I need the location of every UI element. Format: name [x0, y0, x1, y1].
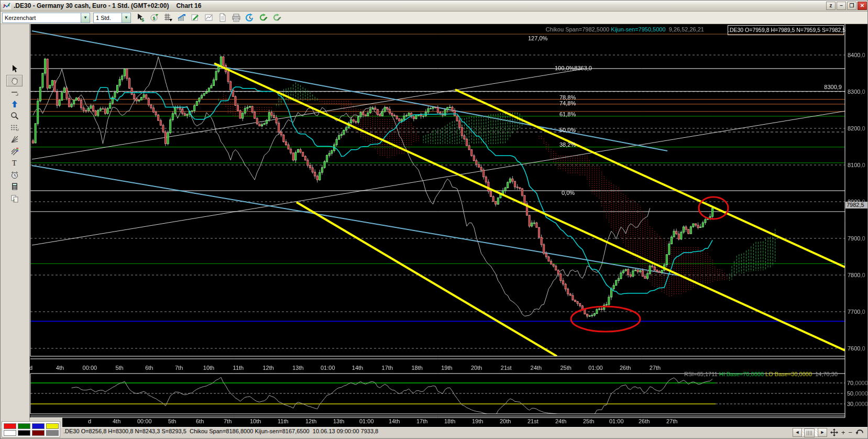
scroll-left-button[interactable]: ◄	[793, 428, 802, 437]
statistics-button[interactable]	[175, 12, 188, 24]
time-axis-label: 14th	[389, 418, 400, 424]
rollup-button[interactable]: z	[826, 2, 836, 10]
horizontal-scrollbar[interactable]: ◄ ►	[793, 428, 827, 437]
update-scribble-icon	[259, 13, 268, 22]
chevron-down-icon[interactable]: ▼	[81, 13, 90, 23]
arrow-tool[interactable]	[6, 98, 23, 110]
chevron-down-icon[interactable]: ▼	[122, 13, 130, 23]
rsi-tick-label: 50,0000	[847, 390, 868, 397]
time-axis-label: 4th	[56, 365, 64, 371]
undo-icon[interactable]	[855, 429, 864, 436]
time-axis-label: 01:00	[359, 418, 374, 424]
update-scribble2-button[interactable]	[271, 12, 283, 24]
minimize-button[interactable]: –	[837, 2, 846, 10]
svg-text:T: T	[12, 159, 17, 167]
add-value-button[interactable]: $	[148, 12, 161, 24]
drawing-tool-rail: T	[1, 24, 30, 427]
time-axis-label: 00:00	[83, 365, 97, 371]
time-axis-label: 01:00	[321, 365, 335, 371]
pan-hand-tool[interactable]	[6, 75, 23, 86]
time-axis-label: 21st	[528, 418, 539, 424]
trendline-tool[interactable]	[6, 86, 23, 98]
time-axis-label: 01:00	[609, 418, 624, 424]
palette-swatch[interactable]	[18, 430, 30, 436]
price-tick-label: 8200,0	[848, 125, 865, 131]
chikou-legend: Chikou Span=7982,5000	[546, 26, 609, 32]
time-axis-label: 19th	[441, 365, 452, 371]
fib-0-label: 0,0%	[562, 190, 575, 196]
price-tick-label: 8400,0	[848, 52, 865, 58]
document-icon	[218, 13, 227, 22]
time-axis-label: 01:00	[588, 365, 603, 371]
grid-menu-button[interactable]	[162, 12, 174, 24]
fib-50-label: 50,0%	[559, 127, 576, 133]
palette-swatch[interactable]	[46, 423, 59, 429]
ichimoku-params: 9,26,52,26,21	[666, 26, 704, 32]
time-axis-label: 12th	[305, 418, 316, 424]
fib-74-label: 74,8%	[559, 100, 576, 106]
time-axis-label: 13th	[292, 365, 303, 371]
interval-select[interactable]: 1 Std. ▼	[93, 13, 131, 23]
fibonacci-tool[interactable]	[6, 122, 23, 134]
fan-tool[interactable]	[6, 134, 23, 145]
palette-swatch[interactable]	[4, 423, 16, 429]
statistics-icon	[177, 13, 186, 22]
svg-text:$: $	[141, 17, 144, 22]
price-tick-label: 8300,0	[848, 89, 865, 95]
refresh-clock-button[interactable]	[244, 12, 256, 24]
palette-swatch[interactable]	[32, 430, 45, 436]
palette-swatch[interactable]	[18, 423, 30, 429]
palette-swatch[interactable]	[46, 430, 59, 436]
maximize-button[interactable]: ❐	[847, 2, 856, 10]
time-axis-label: 25th	[560, 365, 571, 371]
document-button[interactable]	[216, 12, 229, 24]
zoom-tool[interactable]	[6, 110, 23, 122]
edit-indicator-button[interactable]	[189, 12, 202, 24]
grid-menu-icon	[163, 13, 173, 22]
time-axis-label: 11th	[233, 365, 244, 371]
text-tool[interactable]: T	[6, 157, 23, 169]
alarm-tool[interactable]	[6, 169, 23, 181]
palette-swatch[interactable]	[32, 423, 45, 429]
trade-cursor-button[interactable]: $	[135, 12, 147, 24]
chart-type-select[interactable]: Kerzenchart ▼	[2, 13, 90, 23]
level-8300-label: 8300,9	[824, 84, 842, 90]
title-bar[interactable]: .DE30 - Germany 30 cash, Euro - 1 Std. (…	[1, 1, 868, 12]
time-axis-label: 17th	[416, 418, 427, 424]
rsi-hi-base: HI Base=70,0000	[718, 371, 764, 377]
time-axis-label: 12th	[262, 365, 273, 371]
scrollbar-thumb[interactable]	[804, 429, 815, 437]
pointer-tool[interactable]	[6, 63, 23, 74]
update-scribble2-icon	[272, 13, 282, 22]
time-axis-label: 20th	[471, 365, 482, 371]
pitchfork-tool[interactable]	[6, 146, 23, 157]
close-button[interactable]: ✕	[858, 2, 867, 10]
palette-swatch[interactable]	[4, 430, 16, 436]
trade-cursor-icon: $	[136, 13, 146, 22]
zoom-in-icon[interactable]: +	[841, 428, 845, 437]
time-axis-label: 5th	[168, 418, 176, 424]
chart-window: .DE30 - Germany 30 cash, Euro - 1 Std. (…	[0, 0, 868, 439]
pan-move-icon[interactable]	[830, 429, 838, 436]
calculator-tool[interactable]	[6, 181, 23, 192]
time-axis-label: 24th	[555, 418, 566, 424]
edit-indicator-icon	[191, 13, 200, 22]
price-tick-label: 7600,0	[848, 345, 865, 352]
chart-box-button[interactable]	[203, 12, 215, 24]
time-axis-label: 6th	[196, 418, 204, 424]
chart-nav-icons: + −	[830, 428, 864, 437]
scroll-right-button[interactable]: ►	[818, 428, 827, 437]
time-axis-label: 24th	[531, 365, 542, 371]
copy-tool[interactable]	[6, 193, 23, 204]
scrollbar-track[interactable]	[802, 428, 818, 437]
time-axis-label: 14th	[352, 365, 363, 371]
chart-box-icon	[204, 13, 214, 22]
update-scribble-button[interactable]	[257, 12, 270, 24]
refresh-clock-icon	[245, 13, 255, 22]
svg-text:$: $	[153, 16, 156, 21]
zoom-out-icon[interactable]: −	[849, 428, 853, 437]
add-value-icon: $	[150, 13, 159, 22]
time-axis-label: d	[88, 418, 91, 424]
printer-button[interactable]	[230, 12, 243, 24]
color-palette	[2, 421, 60, 437]
